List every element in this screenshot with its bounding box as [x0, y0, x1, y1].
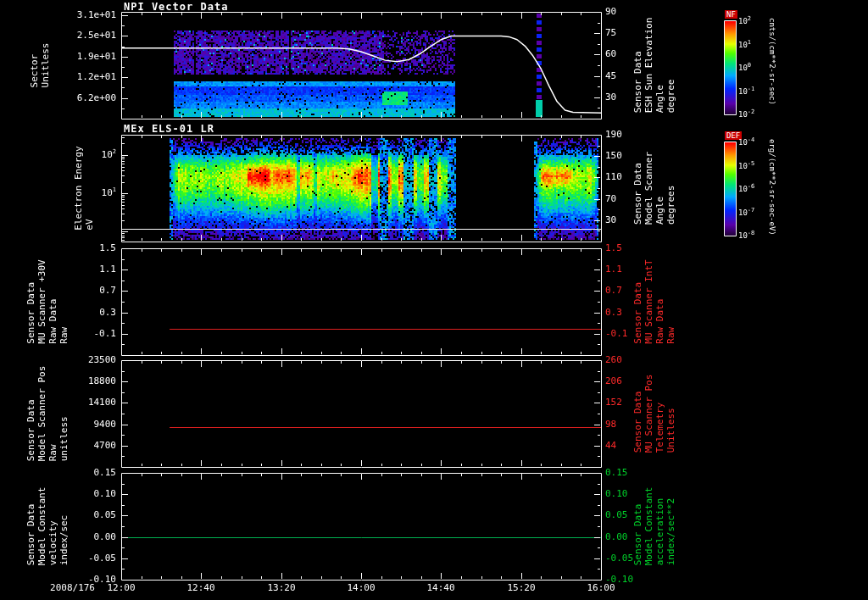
p3-right-tick-0: 1.5 — [605, 243, 656, 253]
panel1-title: NPI Vector Data — [124, 1, 228, 13]
p3-right-axis-label-line-2: Raw Data — [654, 259, 665, 343]
colorbar-0-unit: cnts/(cm**2-sr-sec) — [768, 18, 776, 105]
colorbar-1-unit: erg/(cm**2-sr-sec-eV) — [768, 139, 776, 236]
colorbar-0-tick-0: 102 — [738, 18, 751, 25]
p1-left-axis-label: SectorUnitless — [29, 43, 51, 88]
p1-left-tick-1: 2.5e+01 — [51, 31, 116, 40]
p1-left-axis-label-line-1: Unitless — [40, 43, 51, 88]
p2-left-axis-label-line-0: Electron Energy — [73, 146, 84, 230]
colorbar-1-tick-4: 10-8 — [738, 232, 754, 240]
p1-left-tick-2: 1.9e+01 — [51, 52, 116, 61]
p1-left-tick-3: 1.2e+01 — [51, 72, 116, 81]
colorbar-1-tick-0: 10-4 — [738, 139, 754, 147]
p3-left-axis-label-line-3: Raw — [58, 259, 70, 343]
p3-right-axis-label-line-3: Raw — [665, 259, 676, 343]
p1-right-axis-label-line-2: Angle — [654, 18, 665, 114]
p3-right-axis-label-line-0: Sensor Data — [632, 259, 643, 343]
p2-right-axis-label-line-1: Model Scanner — [643, 152, 654, 225]
p1-right-axis-label-line-1: ESH Sun Elevation — [643, 18, 654, 114]
p2-left-axis-label: Electron EnergyeV — [73, 146, 95, 230]
colorbar-0-tick-4: 10-2 — [738, 111, 754, 119]
p4-right-axis-label: Sensor DataMU Scanner PosTelemetryUnitle… — [632, 375, 676, 453]
p3-left-axis-label-line-1: MU Scanner +30V — [36, 259, 47, 343]
p3-left-axis-label: Sensor DataMU Scanner +30VRaw DataRaw — [25, 259, 70, 343]
p4-left-axis-label-line-1: Model Scanner Pos — [36, 366, 47, 462]
p5-left-axis-label-line-1: Model Constant — [36, 487, 47, 566]
p4-left-tick-0: 23500 — [51, 355, 116, 364]
p1-right-tick-0: 90 — [605, 7, 656, 16]
p2-left-axis-label-line-1: eV — [84, 146, 95, 230]
x-tick-label-0: 12:00 — [96, 583, 147, 592]
colorbar-0-tick-1: 101 — [738, 42, 751, 49]
p2-right-axis-label-line-2: Angle — [654, 152, 665, 225]
colorbar-0-tick-2: 100 — [738, 64, 751, 72]
p5-right-axis-label-line-3: index/sec**2 — [665, 487, 676, 566]
x-tick-label-5: 15:20 — [496, 583, 547, 592]
date-label: 2008/176 — [17, 583, 95, 592]
colorbar-0-tick-3: 10-1 — [738, 88, 754, 96]
p3-right-axis-label: Sensor DataMU Scanner IntTRaw DataRaw — [632, 259, 676, 343]
p1-right-axis-label-line-3: degree — [665, 18, 676, 114]
p1-left-axis-label-line-0: Sector — [29, 43, 40, 88]
p5-right-axis-label-line-0: Sensor Data — [632, 487, 643, 566]
colorbar-0-name: NF — [725, 10, 737, 19]
p2-right-axis-label: Sensor DataModel ScannerAngledegrees — [632, 152, 676, 225]
p4-left-axis-label-line-2: Raw — [47, 366, 58, 462]
p3-left-axis-label-line-0: Sensor Data — [25, 259, 36, 343]
p3-left-tick-0: 1.5 — [51, 243, 116, 253]
p1-right-axis-label-line-0: Sensor Data — [632, 18, 643, 114]
p1-right-axis-label: Sensor DataESH Sun ElevationAngledegree — [632, 18, 676, 114]
p3-right-axis-label-line-1: MU Scanner IntT — [643, 259, 654, 343]
p5-left-axis-label-line-2: velocity — [47, 487, 58, 566]
x-tick-label-4: 14:40 — [415, 583, 466, 592]
plot-window: NPI Vector Data MEx ELS-01 LR 2008/176 3… — [0, 0, 868, 600]
p2-right-axis-label-line-0: Sensor Data — [632, 152, 643, 225]
p5-right-axis-label-line-1: Model Constant — [643, 487, 654, 566]
p4-right-axis-label-line-3: Unitless — [665, 375, 676, 453]
p4-left-axis-label: Sensor DataModel Scanner PosRawunitless — [25, 366, 70, 462]
p1-left-tick-4: 6.2e+00 — [51, 93, 116, 103]
x-tick-label-3: 14:00 — [336, 583, 387, 592]
p4-left-axis-label-line-0: Sensor Data — [25, 366, 36, 462]
panel2-title: MEx ELS-01 LR — [124, 123, 214, 135]
colorbar-1-tick-2: 10-6 — [738, 186, 754, 193]
p4-right-tick-0: 260 — [605, 355, 656, 364]
colorbar-1-tick-3: 10-7 — [738, 209, 754, 217]
p5-right-axis-label: Sensor DataModel Constantaccelerationind… — [632, 487, 676, 566]
p5-left-axis-label-line-3: index/sec — [58, 487, 70, 566]
p2-right-tick-0: 190 — [605, 130, 656, 139]
p4-right-axis-label-line-0: Sensor Data — [632, 375, 643, 453]
p3-left-axis-label-line-2: Raw Data — [47, 259, 58, 343]
p1-left-tick-0: 3.1e+01 — [51, 10, 116, 19]
p4-right-axis-label-line-1: MU Scanner Pos — [643, 375, 654, 453]
p4-left-axis-label-line-3: unitless — [58, 366, 70, 462]
p2-right-axis-label-line-3: degrees — [665, 152, 676, 225]
x-tick-label-2: 13:20 — [256, 583, 307, 592]
p5-left-tick-0: 0.15 — [51, 468, 116, 477]
p5-right-axis-label-line-2: acceleration — [654, 487, 665, 566]
x-tick-label-6: 16:00 — [576, 583, 626, 592]
p5-left-axis-label: Sensor DataModel Constantvelocityindex/s… — [25, 487, 70, 566]
p4-right-axis-label-line-2: Telemetry — [654, 375, 665, 453]
p5-right-tick-0: 0.15 — [605, 468, 656, 477]
p5-left-axis-label-line-0: Sensor Data — [25, 487, 36, 566]
x-tick-label-1: 12:40 — [175, 583, 226, 592]
colorbar-1-tick-1: 10-5 — [738, 163, 754, 170]
